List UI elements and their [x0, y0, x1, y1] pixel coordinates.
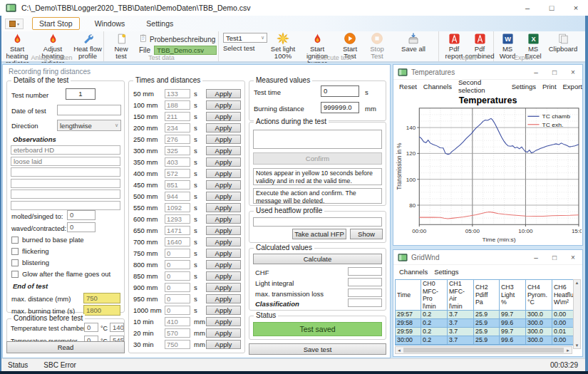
menu-print[interactable]: Print	[542, 83, 557, 90]
maximize-icon[interactable]: □	[545, 66, 564, 78]
menu-channels[interactable]: Channels	[423, 83, 452, 90]
apply-button[interactable]: Apply	[206, 214, 241, 224]
select-test-dropdown[interactable]: Test1 ∨	[223, 33, 267, 43]
horizontal-scrollbar[interactable]: ◄ ►	[395, 346, 572, 354]
apply-button[interactable]: Apply	[206, 123, 241, 133]
time-value-field[interactable]: 1471	[165, 226, 190, 235]
chf-field[interactable]	[348, 267, 382, 276]
confirm-button[interactable]: Confirm	[253, 152, 382, 165]
grid-column-header[interactable]: CH4 Pyrom. °C	[526, 280, 552, 310]
checkbox-flickering[interactable]: flickering	[11, 247, 49, 255]
scroll-up-icon[interactable]: ▲	[574, 280, 581, 286]
time-value-field[interactable]: 0	[165, 249, 190, 258]
apply-button[interactable]: Apply	[206, 135, 241, 144]
observation-field[interactable]: loose laid	[11, 157, 120, 166]
time-value-field[interactable]: 1293	[165, 214, 190, 224]
time-value-field[interactable]: 750	[165, 340, 190, 349]
time-value-field[interactable]: 0	[165, 306, 190, 315]
save-all-button[interactable]: Save all	[401, 32, 426, 53]
time-value-field[interactable]: 133	[165, 89, 190, 98]
grid-column-header[interactable]: CH2 Pdiff Pa	[474, 280, 500, 310]
direction-dropdown[interactable]: lengthwise ∨	[57, 120, 121, 131]
grid-column-header[interactable]: CH0 MFC-Pro l\min	[421, 280, 448, 310]
scroll-right-icon[interactable]: ►	[564, 348, 572, 353]
apply-button[interactable]: Apply	[206, 249, 241, 258]
calculate-button[interactable]: Calculate	[253, 254, 382, 264]
close-icon[interactable]: ×	[564, 1, 588, 15]
observation-field[interactable]	[11, 167, 120, 177]
minimize-icon[interactable]: –	[515, 1, 540, 15]
scroll-left-icon[interactable]: ◄	[396, 348, 403, 353]
apply-button[interactable]: Apply	[206, 100, 241, 110]
apply-button[interactable]: Apply	[206, 180, 241, 189]
apply-button[interactable]: Apply	[206, 112, 241, 121]
apply-button[interactable]: Apply	[206, 237, 241, 246]
minimize-icon[interactable]: –	[527, 66, 545, 78]
vertical-scrollbar[interactable]: ▲ ▼	[573, 279, 581, 349]
menu-settings[interactable]: Settings	[512, 83, 536, 90]
time-value-field[interactable]: 0	[165, 260, 190, 269]
observation-field[interactable]: eterboard HD	[11, 145, 120, 155]
menu-channels[interactable]: Channels	[399, 268, 428, 276]
checkbox-glow-after-flame[interactable]: Glow after the flame goes out	[11, 270, 110, 278]
maximize-icon[interactable]: □	[545, 251, 564, 264]
grid-row[interactable]: 29:590.23.725.999.7300.00.01	[396, 328, 576, 336]
tab-start-stop[interactable]: Start Stop	[32, 17, 80, 30]
tab-windows[interactable]: Windows	[88, 18, 132, 29]
clipboard-button[interactable]: Clipboard	[547, 32, 579, 53]
apply-button[interactable]: Apply	[206, 203, 241, 212]
apply-button[interactable]: Apply	[206, 157, 241, 167]
max-burning-time-field[interactable]: 1800	[83, 305, 120, 316]
close-icon[interactable]: ×	[564, 251, 582, 264]
observation-field[interactable]	[11, 201, 120, 210]
time-value-field[interactable]: 570	[165, 328, 190, 338]
scrollbar-thumb[interactable]	[403, 348, 564, 353]
minimize-icon[interactable]: –	[527, 251, 545, 264]
action-message-field[interactable]	[253, 130, 382, 149]
apply-button[interactable]: Apply	[206, 226, 241, 235]
observation-field[interactable]	[11, 189, 120, 199]
date-of-test-field[interactable]	[57, 105, 121, 115]
apply-button[interactable]: Apply	[206, 317, 241, 326]
time-value-field[interactable]: 403	[165, 157, 190, 167]
adjust-heating-radiator-button[interactable]: Adjust heating radiator	[33, 32, 72, 67]
time-value-field[interactable]: 276	[165, 135, 190, 144]
app-menu-button[interactable]: ▾	[5, 19, 24, 29]
grid-column-header[interactable]: CH3 Light %	[500, 280, 526, 310]
time-value-field[interactable]: 0	[165, 271, 190, 281]
time-value-field[interactable]: 1640	[165, 237, 190, 246]
time-value-field[interactable]: 188	[165, 100, 190, 110]
time-value-field[interactable]: 211	[165, 112, 190, 121]
menu-reset[interactable]: Reset	[399, 83, 417, 90]
time-value-field[interactable]: 410	[165, 317, 190, 326]
time-value-field[interactable]: 1092	[165, 203, 190, 212]
take-actual-hfp-button[interactable]: Take actual HFP	[292, 229, 346, 239]
apply-button[interactable]: Apply	[206, 306, 241, 315]
apply-button[interactable]: Apply	[206, 294, 241, 303]
checkbox-blistering[interactable]: blistering	[11, 259, 49, 266]
apply-button[interactable]: Apply	[206, 328, 241, 338]
test-time-field[interactable]: 0	[321, 85, 359, 97]
checkbox-burned-to-base-plate[interactable]: burned to base plate	[11, 236, 84, 244]
molted-field[interactable]: 0	[67, 210, 96, 220]
time-value-field[interactable]: 944	[165, 192, 190, 201]
heatflow-profile-field[interactable]	[253, 217, 382, 227]
grid-row[interactable]: 30:000.23.725.999.6300.00.00	[396, 336, 576, 345]
grid-row[interactable]: 29:580.23.725.999.6300.00.00	[396, 319, 576, 328]
probenbeschreibung-button[interactable]: Probenbeschreibung	[139, 34, 215, 44]
grid-column-header[interactable]: CH1 MFC-Air l\min	[448, 280, 474, 310]
apply-button[interactable]: Apply	[206, 283, 241, 292]
show-button[interactable]: Show	[350, 229, 383, 239]
scroll-down-icon[interactable]: ▼	[574, 343, 581, 348]
burning-distance-field[interactable]: 999999.0	[321, 102, 359, 113]
grid-column-header[interactable]: Time	[396, 280, 421, 310]
close-icon[interactable]: ×	[564, 66, 582, 78]
maximize-icon[interactable]: □	[540, 1, 564, 15]
apply-button[interactable]: Apply	[206, 146, 241, 155]
start-ignition-burner-button[interactable]: Start ignition burner	[299, 32, 335, 67]
start-heating-radiator-button[interactable]: Start heating radiator	[1, 32, 33, 67]
max-distance-field[interactable]: 750	[83, 293, 120, 303]
time-value-field[interactable]: 325	[165, 146, 190, 155]
temp-test-chamber-field[interactable]: 0	[84, 323, 98, 332]
apply-button[interactable]: Apply	[206, 192, 241, 201]
